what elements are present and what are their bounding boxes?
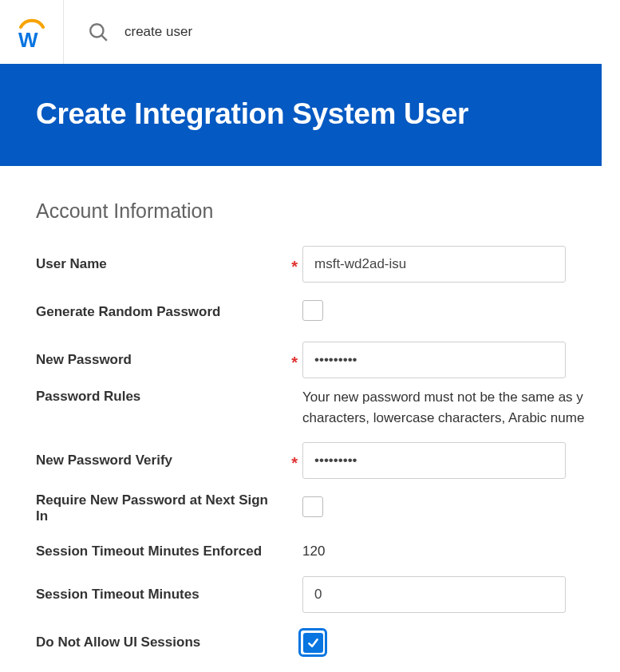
label-password-rules: Password Rules bbox=[36, 387, 283, 405]
label-session-timeout-minutes: Session Timeout Minutes bbox=[36, 587, 283, 603]
label-new-password: New Password bbox=[36, 352, 283, 368]
search-icon bbox=[88, 22, 109, 42]
label-session-timeout-enforced: Session Timeout Minutes Enforced bbox=[36, 544, 283, 559]
generate-random-password-checkbox[interactable] bbox=[302, 300, 323, 321]
row-do-not-allow-ui-sessions: Do Not Allow UI Sessions bbox=[36, 622, 620, 663]
session-timeout-enforced-value: 120 bbox=[302, 544, 325, 559]
topbar: W bbox=[0, 0, 620, 64]
required-star: * bbox=[291, 354, 298, 371]
new-password-input[interactable] bbox=[302, 342, 566, 378]
row-session-timeout-enforced: Session Timeout Minutes Enforced 120 bbox=[36, 536, 620, 567]
do-not-allow-ui-sessions-checkbox[interactable] bbox=[298, 628, 327, 657]
page-title: Create Integration System User bbox=[36, 97, 602, 131]
username-input[interactable] bbox=[302, 246, 566, 283]
row-require-new-password: Require New Password at Next Sign In bbox=[36, 488, 620, 529]
checkmark-icon bbox=[306, 636, 320, 650]
label-do-not-allow-ui-sessions: Do Not Allow UI Sessions bbox=[36, 634, 283, 650]
label-username: User Name bbox=[36, 256, 283, 272]
password-rules-text: Your new password must not be the same a… bbox=[302, 387, 620, 428]
search-input[interactable] bbox=[123, 23, 442, 41]
required-star: * bbox=[291, 454, 298, 472]
search-bar bbox=[64, 22, 620, 42]
section-title: Account Information bbox=[36, 200, 620, 223]
row-generate-random-password: Generate Random Password bbox=[36, 291, 620, 333]
page-header: Create Integration System User bbox=[0, 64, 602, 166]
row-new-password-verify: New Password Verify * bbox=[36, 440, 620, 481]
svg-point-1 bbox=[90, 24, 103, 37]
row-password-rules: Password Rules Your new password must no… bbox=[36, 387, 620, 429]
account-info-section: Account Information User Name * Generate… bbox=[0, 166, 620, 663]
row-new-password: New Password * bbox=[36, 339, 620, 381]
session-timeout-minutes-input[interactable] bbox=[302, 576, 566, 613]
required-star: * bbox=[291, 258, 298, 275]
new-password-verify-input[interactable] bbox=[302, 442, 566, 479]
workday-logo-icon: W bbox=[18, 16, 46, 48]
svg-line-2 bbox=[101, 35, 106, 41]
label-new-password-verify: New Password Verify bbox=[36, 453, 283, 468]
require-new-password-checkbox[interactable] bbox=[302, 496, 323, 517]
svg-text:W: W bbox=[18, 28, 38, 48]
row-session-timeout-minutes: Session Timeout Minutes bbox=[36, 574, 620, 615]
row-username: User Name * bbox=[36, 243, 620, 285]
label-require-new-password: Require New Password at Next Sign In bbox=[36, 492, 283, 524]
label-generate-random-password: Generate Random Password bbox=[36, 304, 283, 320]
workday-logo[interactable]: W bbox=[0, 0, 64, 64]
